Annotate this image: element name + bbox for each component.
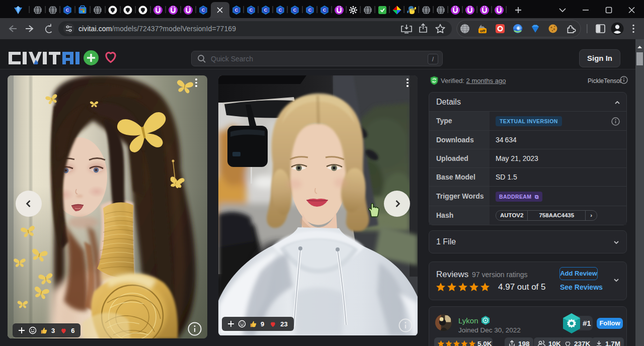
svg-text:off: off xyxy=(480,29,486,33)
